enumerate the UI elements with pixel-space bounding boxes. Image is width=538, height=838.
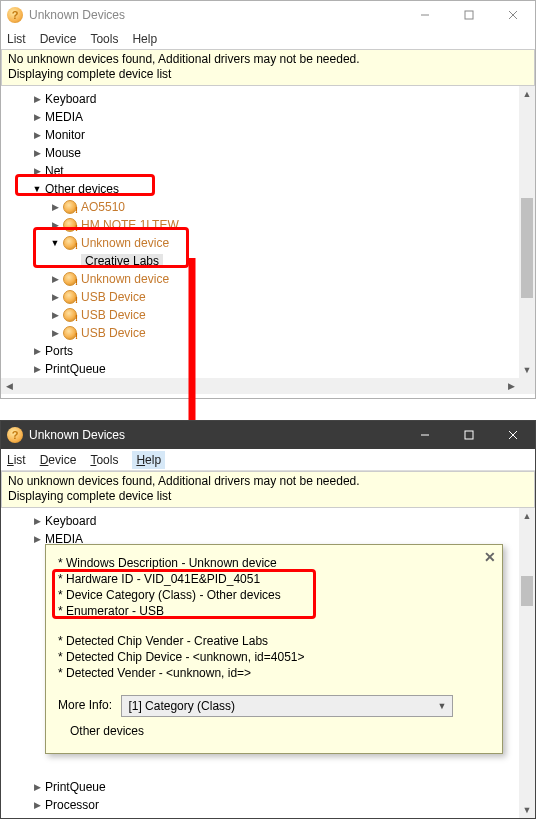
chevron-right-icon: ▶ <box>49 310 61 320</box>
tree-item-hmnote[interactable]: ▶HM NOTE 1LTEW <box>1 216 535 234</box>
vertical-scrollbar[interactable]: ▲ ▼ <box>519 508 535 818</box>
scroll-down-icon[interactable]: ▼ <box>519 802 535 818</box>
dropdown-value: [1] Category (Class) <box>128 699 235 713</box>
device-warning-icon <box>63 308 77 322</box>
window-title: Unknown Devices <box>29 428 403 442</box>
device-warning-icon <box>63 272 77 286</box>
device-info-tooltip: ✕ * Windows Description - Unknown device… <box>45 544 503 754</box>
window-title: Unknown Devices <box>29 8 403 22</box>
svg-rect-1 <box>465 11 473 19</box>
maximize-icon <box>464 430 474 440</box>
chevron-right-icon: ▶ <box>31 148 43 158</box>
chevron-right-icon: ▶ <box>31 516 43 526</box>
tree-item-usb-device-3[interactable]: ▶USB Device <box>1 324 535 342</box>
more-info-row: More Info: [1] Category (Class) ▼ <box>58 695 490 717</box>
device-warning-icon <box>63 290 77 304</box>
menubar: List Device Tools Help <box>1 449 535 471</box>
status-strip: No unknown devices found, Additional dri… <box>1 471 535 508</box>
chevron-down-icon: ▼ <box>31 184 43 194</box>
info-enumerator: * Enumerator - USB <box>58 603 490 619</box>
tree-item-keyboard[interactable]: ▶Keyboard <box>1 512 535 530</box>
tree-item-unknown-device-2[interactable]: ▶Unknown device <box>1 270 535 288</box>
menu-help[interactable]: Help <box>132 451 165 469</box>
tree-item-processor[interactable]: ▶Processor <box>1 796 535 814</box>
window-sysbuttons <box>403 1 535 29</box>
menu-list[interactable]: List <box>7 453 26 467</box>
tree-item-printqueue[interactable]: ▶PrintQueue <box>1 778 535 796</box>
tree-item-unknown-device-1[interactable]: ▼Unknown device <box>1 234 535 252</box>
scroll-thumb[interactable] <box>521 198 533 298</box>
menu-help[interactable]: Help <box>132 32 157 46</box>
menu-device[interactable]: Device <box>40 453 77 467</box>
window-sysbuttons <box>403 421 535 449</box>
close-button[interactable] <box>491 1 535 29</box>
device-warning-icon <box>63 200 77 214</box>
info-device-category: * Device Category (Class) - Other device… <box>58 587 490 603</box>
info-chip-vendor: * Detected Chip Vender - Creative Labs <box>58 633 490 649</box>
close-button[interactable] <box>491 421 535 449</box>
chevron-right-icon: ▶ <box>49 202 61 212</box>
horizontal-scrollbar[interactable]: ◀ ▶ <box>1 378 519 394</box>
status-line-2: Displaying complete device list <box>8 489 528 504</box>
close-icon <box>508 430 518 440</box>
chevron-right-icon: ▶ <box>31 782 43 792</box>
chevron-right-icon: ▶ <box>31 800 43 810</box>
scroll-right-icon[interactable]: ▶ <box>503 378 519 394</box>
tree-item-monitor[interactable]: ▶Monitor <box>1 126 535 144</box>
chevron-right-icon: ▶ <box>49 328 61 338</box>
window-unknown-devices-dark: ? Unknown Devices List Device Tools Help… <box>0 420 536 819</box>
titlebar: ? Unknown Devices <box>1 1 535 29</box>
tree-item-mouse[interactable]: ▶Mouse <box>1 144 535 162</box>
scroll-thumb[interactable] <box>521 576 533 606</box>
menu-list[interactable]: List <box>7 32 26 46</box>
tree-item-creative-labs[interactable]: Creative Labs <box>1 252 535 270</box>
tooltip-close-button[interactable]: ✕ <box>484 549 496 565</box>
more-info-result: Other devices <box>58 723 490 739</box>
tree-item-printqueue[interactable]: ▶PrintQueue <box>1 360 535 378</box>
chevron-down-icon: ▼ <box>437 701 446 711</box>
tree-item-other-devices[interactable]: ▼Other devices <box>1 180 535 198</box>
tree-item-usb-device-2[interactable]: ▶USB Device <box>1 306 535 324</box>
device-warning-icon <box>63 326 77 340</box>
tree-item-media[interactable]: ▶MEDIA <box>1 108 535 126</box>
maximize-button[interactable] <box>447 421 491 449</box>
device-warning-icon <box>63 218 77 232</box>
menu-device[interactable]: Device <box>40 32 77 46</box>
device-tree: ▶Keyboard ▶MEDIA ▶Monitor ▶Mouse ▶Net ▼O… <box>1 86 535 394</box>
minimize-button[interactable] <box>403 421 447 449</box>
minimize-icon <box>420 430 430 440</box>
status-strip: No unknown devices found, Additional dri… <box>1 49 535 86</box>
tree-item-keyboard[interactable]: ▶Keyboard <box>1 90 535 108</box>
status-line-2: Displaying complete device list <box>8 67 528 82</box>
close-icon <box>508 10 518 20</box>
scroll-up-icon[interactable]: ▲ <box>519 508 535 524</box>
more-info-dropdown[interactable]: [1] Category (Class) ▼ <box>121 695 453 717</box>
chevron-right-icon: ▶ <box>31 166 43 176</box>
titlebar: ? Unknown Devices <box>1 421 535 449</box>
tree-item-ao5510[interactable]: ▶AO5510 <box>1 198 535 216</box>
chevron-right-icon: ▶ <box>31 534 43 544</box>
chevron-right-icon: ▶ <box>31 112 43 122</box>
chevron-right-icon: ▶ <box>31 364 43 374</box>
minimize-button[interactable] <box>403 1 447 29</box>
scroll-left-icon[interactable]: ◀ <box>1 378 17 394</box>
menu-tools[interactable]: Tools <box>90 32 118 46</box>
tree-item-usb-device-1[interactable]: ▶USB Device <box>1 288 535 306</box>
vertical-scrollbar[interactable]: ▲ ▼ <box>519 86 535 394</box>
status-line-1: No unknown devices found, Additional dri… <box>8 474 528 489</box>
scroll-up-icon[interactable]: ▲ <box>519 86 535 102</box>
scroll-down-icon[interactable]: ▼ <box>519 362 535 378</box>
maximize-icon <box>464 10 474 20</box>
app-icon: ? <box>7 427 23 443</box>
tree-item-ports[interactable]: ▶Ports <box>1 342 535 360</box>
device-warning-icon <box>63 236 77 250</box>
info-hardware-id: * Hardware ID - VID_041E&PID_4051 <box>58 571 490 587</box>
minimize-icon <box>420 10 430 20</box>
tree-item-net[interactable]: ▶Net <box>1 162 535 180</box>
menubar: List Device Tools Help <box>1 29 535 49</box>
info-chip-device: * Detected Chip Device - <unknown, id=40… <box>58 649 490 665</box>
chevron-right-icon: ▶ <box>31 94 43 104</box>
menu-tools[interactable]: Tools <box>90 453 118 467</box>
maximize-button[interactable] <box>447 1 491 29</box>
svg-rect-7 <box>465 431 473 439</box>
